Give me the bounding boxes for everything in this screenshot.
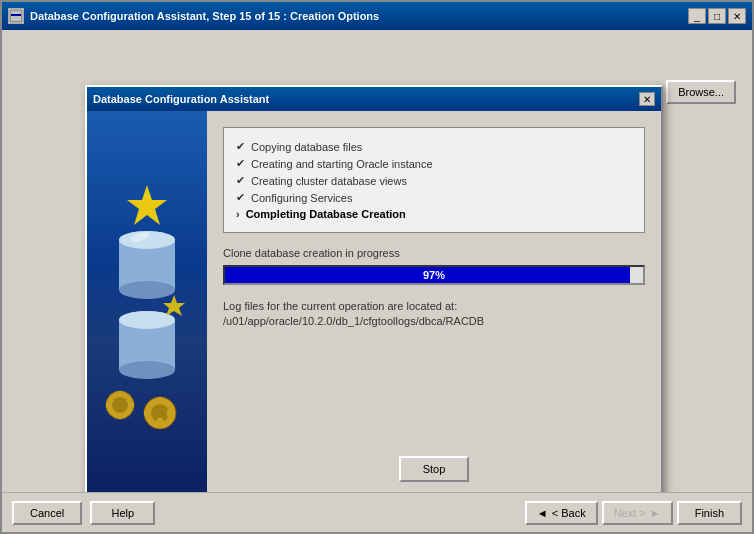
- step-cluster: ✔ Creating cluster database views: [236, 172, 632, 189]
- step-copying: ✔ Copying database files: [236, 138, 632, 155]
- svg-rect-17: [106, 402, 112, 408]
- modal-close-button[interactable]: ✕: [639, 92, 655, 106]
- modal-body: ✔ Copying database files ✔ Creating and …: [87, 111, 661, 498]
- modal-left-panel: [87, 111, 207, 498]
- back-label: < Back: [552, 507, 586, 519]
- close-button[interactable]: ✕: [728, 8, 746, 24]
- svg-marker-12: [163, 295, 185, 316]
- svg-rect-22: [157, 397, 163, 404]
- main-window-title: Database Configuration Assistant, Step 1…: [30, 10, 379, 22]
- help-button[interactable]: Help: [90, 501, 155, 525]
- svg-rect-24: [144, 410, 151, 416]
- app-icon: [8, 8, 24, 24]
- svg-point-11: [119, 311, 175, 329]
- stop-btn-container: Stop: [223, 456, 645, 482]
- next-arrow-icon: ►: [650, 507, 661, 519]
- modal-titlebar: Database Configuration Assistant ✕: [87, 87, 661, 111]
- main-content: Browse... Database Configuration Assista…: [2, 30, 752, 46]
- step-completing: › Completing Database Creation: [236, 206, 632, 222]
- bottom-left-buttons: Cancel Help: [12, 501, 155, 525]
- progress-section: Clone database creation in progress 97%: [223, 247, 645, 285]
- back-button[interactable]: ◄ < Back: [525, 501, 598, 525]
- svg-point-5: [119, 281, 175, 299]
- modal-right-panel: ✔ Copying database files ✔ Creating and …: [207, 111, 661, 498]
- maximize-button[interactable]: □: [708, 8, 726, 24]
- svg-rect-1: [11, 14, 21, 16]
- svg-rect-18: [128, 402, 134, 408]
- bottom-right-buttons: ◄ < Back Next > ► Finish: [525, 501, 742, 525]
- svg-rect-23: [157, 418, 163, 425]
- main-titlebar: Database Configuration Assistant, Step 1…: [2, 2, 752, 30]
- db-illustration: [97, 165, 197, 445]
- progress-label: Clone database creation in progress: [223, 247, 645, 259]
- modal-title: Database Configuration Assistant: [93, 93, 269, 105]
- main-window-controls: _ □ ✕: [688, 8, 746, 24]
- step-starting: ✔ Creating and starting Oracle instance: [236, 155, 632, 172]
- svg-rect-15: [117, 391, 123, 397]
- svg-marker-2: [127, 185, 167, 225]
- svg-rect-16: [117, 413, 123, 419]
- main-window: Database Configuration Assistant, Step 1…: [0, 0, 754, 534]
- modal-dialog: Database Configuration Assistant ✕: [85, 85, 663, 500]
- back-arrow-icon: ◄: [537, 507, 548, 519]
- step-services: ✔ Configuring Services: [236, 189, 632, 206]
- log-text: Log files for the current operation are …: [223, 299, 645, 330]
- next-label: Next >: [614, 507, 646, 519]
- finish-button[interactable]: Finish: [677, 501, 742, 525]
- svg-point-14: [112, 397, 128, 413]
- minimize-button[interactable]: _: [688, 8, 706, 24]
- main-title-left: Database Configuration Assistant, Step 1…: [8, 8, 379, 24]
- browse-button[interactable]: Browse...: [666, 80, 736, 104]
- next-button[interactable]: Next > ►: [602, 501, 673, 525]
- svg-rect-25: [167, 410, 174, 416]
- steps-box: ✔ Copying database files ✔ Creating and …: [223, 127, 645, 233]
- log-line1: Log files for the current operation are …: [223, 299, 645, 314]
- bottom-bar: Cancel Help ◄ < Back Next > ► Finish: [2, 492, 752, 532]
- svg-point-10: [119, 361, 175, 379]
- progress-bar-container: 97%: [223, 265, 645, 285]
- log-line2: /u01/app/oracle/10.2.0/db_1/cfgtoollogs/…: [223, 314, 645, 329]
- stop-button[interactable]: Stop: [399, 456, 470, 482]
- progress-percent-text: 97%: [423, 269, 445, 281]
- cancel-button[interactable]: Cancel: [12, 501, 82, 525]
